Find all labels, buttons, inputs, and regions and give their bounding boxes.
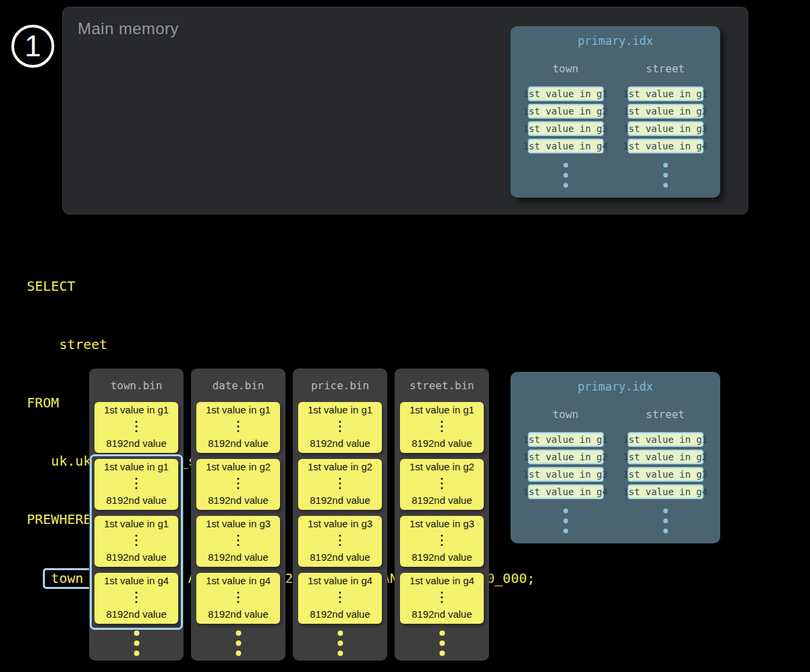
- ellipsis-dot: [134, 651, 139, 656]
- granule-last-value: 8192nd value: [310, 551, 370, 563]
- granule-first-value: 1st value in g1: [104, 518, 169, 529]
- more-entries-ellipsis: [563, 160, 568, 190]
- ellipsis-dot: [441, 596, 443, 598]
- column-header: town: [553, 408, 579, 421]
- ellipsis-dot: [563, 529, 568, 533]
- granule-last-value: 8192nd value: [208, 608, 268, 620]
- ellipsis-dot: [338, 651, 343, 656]
- ellipsis-dot: [441, 430, 443, 432]
- ellipsis-dot: [441, 592, 443, 594]
- ellipsis-dot: [441, 601, 443, 603]
- ellipsis-dot: [440, 651, 445, 656]
- granule-block: 1st value in g48192nd value: [400, 573, 484, 624]
- granule-first-value: 1st value in g1: [409, 404, 474, 415]
- ellipsis-dot: [441, 539, 443, 541]
- ellipsis-dot: [135, 601, 137, 603]
- index-column-street: street1st value in g11st value in g21st …: [618, 408, 712, 536]
- granule-ellipsis: [237, 533, 239, 547]
- ellipsis-dot: [339, 535, 341, 537]
- ellipsis-dot: [441, 478, 443, 480]
- index-mark-chip: 1st value in g3: [528, 121, 604, 136]
- ellipsis-dot: [663, 183, 668, 188]
- granule-ellipsis: [339, 590, 341, 604]
- sql-line-street: street: [27, 335, 535, 354]
- ellipsis-dot: [237, 544, 239, 546]
- granule-ellipsis: [135, 533, 137, 547]
- ellipsis-dot: [135, 535, 137, 537]
- granule-block: 1st value in g18192nd value: [298, 402, 382, 453]
- granule-first-value: 1st value in g1: [104, 461, 169, 472]
- ellipsis-dot: [237, 482, 239, 484]
- ellipsis-dot: [338, 641, 343, 646]
- granule-last-value: 8192nd value: [411, 438, 472, 449]
- granule-block: 1st value in g18192nd value: [94, 459, 178, 510]
- ellipsis-dot: [339, 592, 341, 594]
- ellipsis-dot: [237, 425, 239, 427]
- ellipsis-dot: [237, 601, 239, 603]
- ellipsis-dot: [135, 596, 137, 598]
- column-file-street-bin: street.bin 1st value in g18192nd value1s…: [395, 368, 489, 661]
- column-header: street: [646, 62, 685, 76]
- ellipsis-dot: [135, 421, 137, 423]
- granule-first-value: 1st value in g3: [308, 518, 373, 529]
- index-mark-chip: 1st value in g4: [528, 139, 604, 153]
- granule-last-value: 8192nd value: [411, 608, 472, 620]
- index-mark-chip: 1st value in g1: [528, 86, 604, 101]
- granule-first-value: 1st value in g4: [206, 575, 271, 586]
- index-columns: town1st value in g11st value in g21st va…: [511, 62, 720, 190]
- granule-ellipsis: [441, 590, 443, 604]
- granule-block: 1st value in g28192nd value: [196, 459, 280, 510]
- more-entries-ellipsis: [563, 506, 568, 536]
- column-file-town-bin: town.bin 1st value in g18192nd value1st …: [89, 368, 184, 661]
- ellipsis-dot: [135, 487, 137, 489]
- granule-ellipsis: [135, 419, 137, 433]
- granule-list: 1st value in g18192nd value1st value in …: [94, 402, 178, 630]
- granule-first-value: 1st value in g4: [308, 575, 373, 586]
- granule-first-value: 1st value in g1: [206, 404, 271, 415]
- main-memory-title: Main memory: [78, 19, 179, 38]
- granule-first-value: 1st value in g2: [409, 461, 474, 472]
- granule-last-value: 8192nd value: [208, 551, 268, 563]
- granule-first-value: 1st value in g3: [206, 518, 271, 529]
- granule-block: 1st value in g18192nd value: [94, 402, 178, 453]
- index-column-town: town1st value in g11st value in g21st va…: [519, 62, 612, 190]
- ellipsis-dot: [339, 601, 341, 603]
- sql-line-select: SELECT: [27, 277, 535, 296]
- ellipsis-dot: [663, 173, 668, 178]
- granule-block: 1st value in g38192nd value: [400, 516, 484, 567]
- ellipsis-dot: [339, 539, 341, 541]
- index-mark-chip: 1st value in g2: [628, 104, 703, 119]
- granule-block: 1st value in g28192nd value: [400, 459, 484, 510]
- ellipsis-dot: [663, 163, 668, 167]
- column-file-price-bin: price.bin 1st value in g18192nd value1st…: [293, 368, 387, 661]
- ellipsis-dot: [236, 630, 241, 636]
- ellipsis-dot: [339, 430, 341, 432]
- column-file-date-bin: date.bin 1st value in g18192nd value1st …: [191, 368, 285, 661]
- index-mark-chip: 1st value in g3: [628, 467, 703, 482]
- granule-last-value: 8192nd value: [310, 494, 370, 506]
- ellipsis-dot: [339, 482, 341, 484]
- more-entries-ellipsis: [663, 160, 668, 190]
- step-number: 1: [25, 29, 41, 63]
- ellipsis-dot: [441, 535, 443, 537]
- granule-ellipsis: [441, 419, 443, 433]
- granule-block: 1st value in g18192nd value: [400, 402, 484, 453]
- ellipsis-dot: [663, 519, 668, 523]
- ellipsis-dot: [339, 544, 341, 546]
- ellipsis-dot: [237, 535, 239, 537]
- granule-block: 1st value in g38192nd value: [298, 516, 382, 567]
- granule-last-value: 8192nd value: [411, 494, 472, 506]
- bin-title: date.bin: [191, 379, 285, 393]
- primary-index-title: primary.idx: [511, 34, 720, 48]
- granule-last-value: 8192nd value: [106, 551, 166, 563]
- more-granules-ellipsis: [293, 628, 387, 658]
- index-mark-chip: 1st value in g1: [528, 432, 604, 447]
- index-mark-chip: 1st value in g1: [628, 86, 703, 101]
- ellipsis-dot: [339, 421, 341, 423]
- ellipsis-dot: [663, 509, 668, 513]
- granule-list: 1st value in g18192nd value1st value in …: [196, 402, 280, 630]
- index-columns: town1st value in g11st value in g21st va…: [511, 408, 720, 536]
- ellipsis-dot: [237, 421, 239, 423]
- ellipsis-dot: [135, 544, 137, 546]
- ellipsis-dot: [563, 173, 568, 178]
